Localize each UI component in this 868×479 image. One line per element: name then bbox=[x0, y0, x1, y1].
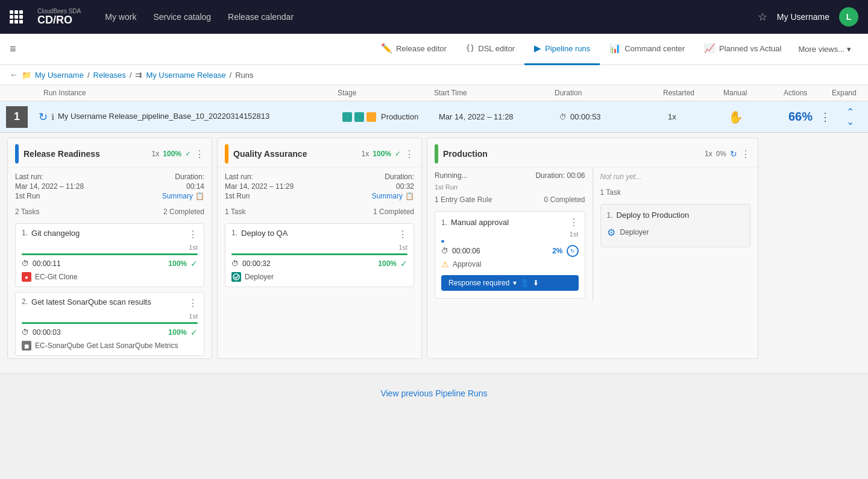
col-expand: Expand bbox=[827, 89, 863, 97]
not-run-section: Not run yet... bbox=[593, 168, 758, 186]
stage-color-bar bbox=[15, 144, 19, 163]
prod-duration-cell: Duration: 00:06 bbox=[535, 171, 585, 180]
gate-count-row: 1 Entry Gate Rule 0 Completed bbox=[427, 193, 593, 209]
qa-task-kebab-icon[interactable]: ⋮ bbox=[398, 229, 407, 240]
col-stage: Stage bbox=[333, 89, 429, 97]
release-editor-icon: ✏️ bbox=[381, 43, 392, 54]
more-views-chevron-icon: ▾ bbox=[847, 45, 851, 54]
pipeline-runs-icon: ▶ bbox=[534, 43, 541, 54]
first-run-tag: 1st Run bbox=[427, 183, 593, 191]
deployer-row: ⚙ Deployer bbox=[607, 224, 744, 241]
command-center-icon: 📊 bbox=[609, 43, 621, 54]
task-pct: 100% bbox=[168, 259, 187, 268]
task-kebab-icon[interactable]: ⋮ bbox=[188, 229, 198, 240]
summary-link[interactable]: Summary 📋 bbox=[162, 192, 204, 200]
qa-task-run-label: 1st bbox=[398, 244, 407, 251]
task-progress-fill bbox=[22, 253, 198, 255]
stage-qa-info-left: Last run: Mar 14, 2022 – 11:29 1st Run bbox=[225, 173, 294, 200]
prod-gate-section: Running... Duration: 00:06 1st Run 1 Ent… bbox=[427, 168, 593, 301]
brand: CloudBees SDA CD/RO bbox=[37, 8, 81, 27]
info-icon[interactable]: ℹ bbox=[51, 112, 54, 122]
qa-task-pct: 100% bbox=[378, 259, 397, 268]
run-label: 1st Run bbox=[15, 192, 84, 200]
nav-release-calendar[interactable]: Release calendar bbox=[228, 12, 294, 22]
response-person-icon: 👤 bbox=[520, 279, 529, 287]
task-card-header: 1. Git changelog ⋮ bbox=[22, 229, 198, 240]
qa-task-done-icon: ✓ bbox=[400, 259, 407, 268]
deployer-icon: ⚙ bbox=[607, 227, 615, 238]
row-kebab-menu-icon[interactable]: ⋮ bbox=[820, 110, 831, 124]
favorite-icon[interactable]: ☆ bbox=[758, 10, 767, 24]
stage-qa-meta: 1x 100% ✓ ⋮ bbox=[362, 148, 414, 160]
col-restarted: Restarted bbox=[658, 89, 719, 97]
stage-qa-kebab-icon[interactable]: ⋮ bbox=[404, 148, 414, 160]
breadcrumb: ← 📁 My Username / Releases / ⇉ My Userna… bbox=[0, 65, 868, 85]
gate-pct: 2% bbox=[552, 247, 562, 255]
stage-qa-title: Quality Assurance bbox=[233, 149, 357, 159]
expand-cell: ⌃ ⌄ bbox=[832, 107, 868, 127]
toolbar: ≡ ✏️ Release editor {} DSL editor ▶ Pipe… bbox=[0, 34, 868, 65]
qa-task-timing: ⏱ 00:00:32 100% ✓ bbox=[231, 258, 407, 270]
gate-timing: ⏱ 00:00:06 2% ↻ bbox=[441, 245, 579, 257]
completed-count: 2 Completed bbox=[163, 208, 204, 216]
qa-summary-copy-icon: 📋 bbox=[405, 192, 414, 200]
gate-refresh-circle-icon[interactable]: ↻ bbox=[567, 245, 579, 257]
deploy-task-name: Deploy to Production bbox=[617, 211, 744, 221]
last-run-date: Mar 14, 2022 – 11:28 bbox=[15, 182, 84, 191]
stage-runs: 1x bbox=[152, 150, 160, 158]
breadcrumb-username[interactable]: My Username bbox=[35, 71, 84, 80]
response-dropdown-icon: ▾ bbox=[513, 279, 517, 287]
col-duration: Duration bbox=[550, 89, 658, 97]
clock-icon: ⏱ bbox=[559, 113, 567, 121]
qa-task-clock-icon: ⏱ bbox=[231, 259, 239, 268]
nav-my-work[interactable]: My work bbox=[105, 12, 136, 22]
duration-value: 00:00:53 bbox=[570, 112, 601, 121]
deploy-task-num: 1. bbox=[607, 211, 613, 220]
qa-run-label: 1st Run bbox=[225, 192, 294, 200]
col-num bbox=[5, 89, 39, 97]
tab-dsl-editor[interactable]: {} DSL editor bbox=[456, 34, 524, 65]
svg-point-0 bbox=[233, 274, 239, 280]
stage-info-left: Last run: Mar 14, 2022 – 11:28 1st Run bbox=[15, 173, 84, 200]
stage-prod-refresh-icon[interactable]: ↻ bbox=[730, 149, 737, 159]
more-views-button[interactable]: More views... ▾ bbox=[791, 34, 858, 65]
col-manual: Manual bbox=[719, 89, 779, 97]
last-run-label: Last run: bbox=[15, 173, 84, 181]
qa-summary-link[interactable]: Summary 📋 bbox=[372, 192, 414, 200]
sidebar-toggle-icon[interactable]: ≡ bbox=[10, 43, 16, 55]
col-start-time: Start Time bbox=[429, 89, 550, 97]
stage-kebab-icon[interactable]: ⋮ bbox=[195, 148, 204, 160]
expand-down-icon[interactable]: ⌄ bbox=[846, 117, 854, 127]
expand-up-icon[interactable]: ⌃ bbox=[846, 107, 854, 117]
grid-menu-icon[interactable] bbox=[10, 10, 23, 24]
breadcrumb-releases[interactable]: Releases bbox=[93, 71, 126, 80]
col-run-instance: Run Instance bbox=[39, 89, 333, 97]
task-progress-fill-2 bbox=[22, 322, 198, 324]
branch-icon: ⇉ bbox=[135, 70, 142, 80]
stage-qa-color-bar bbox=[225, 144, 228, 163]
gate-clock-icon: ⏱ bbox=[441, 247, 448, 255]
breadcrumb-release-name[interactable]: My Username Release bbox=[146, 71, 225, 80]
nav-service-catalog[interactable]: Service catalog bbox=[153, 12, 211, 22]
pipeline-stages: Release Readiness 1x 100% ✓ ⋮ Last run: … bbox=[0, 133, 868, 373]
run-instance-cell: ↻ ℹ My Username Release_pipeline_Base_10… bbox=[34, 110, 338, 124]
deployer-name: Deployer bbox=[620, 228, 649, 236]
plugin-name-2: EC-SonarQube Get Last SonarQube Metrics bbox=[35, 341, 178, 350]
stage-prod-kebab-icon[interactable]: ⋮ bbox=[741, 148, 750, 160]
user-avatar[interactable]: L bbox=[839, 7, 858, 27]
gate-completed: 0 Completed bbox=[544, 195, 585, 204]
task-kebab-icon-2[interactable]: ⋮ bbox=[188, 297, 198, 309]
tab-release-editor[interactable]: ✏️ Release editor bbox=[371, 34, 456, 65]
table-header: Run Instance Stage Start Time Duration R… bbox=[0, 85, 868, 101]
toolbar-left: ≡ bbox=[10, 43, 16, 56]
view-previous-link[interactable]: View previous Pipeline Runs bbox=[380, 389, 487, 398]
tab-planned-vs-actual[interactable]: 📈 Planned vs Actual bbox=[694, 34, 791, 65]
stage-prod-runs: 1x bbox=[705, 150, 712, 158]
stage-prod-color-bar bbox=[435, 144, 438, 163]
tab-command-center[interactable]: 📊 Command center bbox=[600, 34, 694, 65]
response-required-button[interactable]: Response required ▾ 👤 ⬇ bbox=[441, 275, 579, 291]
gate-kebab-icon[interactable]: ⋮ bbox=[569, 217, 579, 228]
tab-pipeline-runs[interactable]: ▶ Pipeline runs bbox=[524, 34, 600, 65]
back-arrow-icon[interactable]: ← bbox=[10, 70, 18, 80]
stage-qa-header: Quality Assurance 1x 100% ✓ ⋮ bbox=[218, 138, 421, 168]
